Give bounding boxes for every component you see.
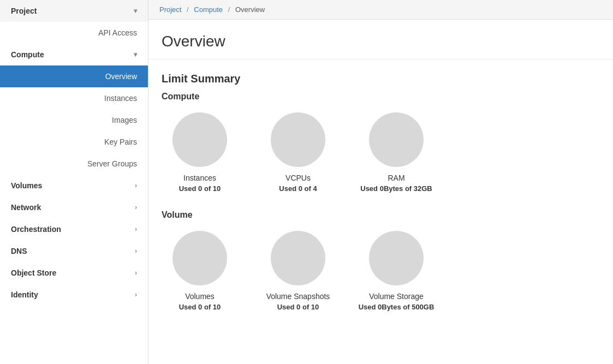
sidebar-item-label-server-groups: Server Groups	[87, 159, 137, 168]
sidebar-item-overview[interactable]: Overview	[0, 65, 148, 87]
sidebar-item-label-object-store: Object Store	[11, 268, 56, 277]
sidebar-item-orchestration[interactable]: Orchestration›	[0, 218, 148, 240]
breadcrumb-sep-1: /	[187, 5, 189, 14]
chevron-icon-compute: ▾	[134, 51, 137, 58]
limit-summary-title: Limit Summary	[162, 73, 600, 85]
volume-gauges: VolumesUsed 0 of 10Volume SnapshotsUsed …	[162, 231, 600, 311]
gauge-item-vcpus: VCPUsUsed 0 of 4	[260, 112, 336, 193]
page-title: Overview	[162, 33, 600, 50]
gauge-label-volume-snapshots: Volume Snapshots	[266, 292, 330, 301]
sidebar-item-label-key-pairs: Key Pairs	[104, 138, 137, 146]
gauge-value-volumes: Used 0 of 10	[179, 303, 221, 311]
sidebar-item-label-orchestration: Orchestration	[11, 225, 61, 234]
sidebar-item-key-pairs[interactable]: Key Pairs	[0, 131, 148, 153]
breadcrumb-project[interactable]: Project	[159, 5, 181, 14]
gauge-value-volume-snapshots: Used 0 of 10	[277, 303, 319, 311]
gauge-value-instances: Used 0 of 10	[179, 184, 221, 193]
gauge-circle-volume-storage	[369, 231, 424, 285]
gauge-item-volumes: VolumesUsed 0 of 10	[162, 231, 238, 311]
gauge-item-volume-snapshots: Volume SnapshotsUsed 0 of 10	[260, 231, 336, 311]
sidebar-item-label-api-access: API Access	[98, 28, 137, 37]
sidebar-item-object-store[interactable]: Object Store›	[0, 262, 148, 284]
compute-section-title: Compute	[162, 92, 600, 102]
sidebar-item-label-project: Project	[11, 7, 37, 15]
sidebar-item-images[interactable]: Images	[0, 109, 148, 131]
chevron-icon-project: ▾	[134, 7, 137, 15]
compute-gauges: InstancesUsed 0 of 10VCPUsUsed 0 of 4RAM…	[162, 112, 600, 193]
gauge-item-instances: InstancesUsed 0 of 10	[162, 112, 238, 193]
sidebar-item-api-access[interactable]: API Access	[0, 22, 148, 44]
breadcrumb: Project / Compute / Overview	[148, 0, 613, 20]
sidebar-item-network[interactable]: Network›	[0, 196, 148, 218]
chevron-icon-orchestration: ›	[135, 225, 137, 233]
sidebar-item-project[interactable]: Project▾	[0, 0, 148, 22]
gauge-label-vcpus: VCPUs	[285, 174, 311, 182]
sidebar-item-label-identity: Identity	[11, 290, 38, 299]
content-area: Limit Summary Compute InstancesUsed 0 of…	[148, 59, 613, 342]
sidebar-item-label-instances: Instances	[104, 94, 137, 103]
sidebar-item-label-dns: DNS	[11, 247, 27, 255]
gauge-value-vcpus: Used 0 of 4	[279, 184, 317, 193]
gauge-circle-instances	[172, 112, 227, 167]
sidebar-item-identity[interactable]: Identity›	[0, 284, 148, 306]
chevron-icon-volumes: ›	[135, 182, 137, 189]
gauge-circle-volumes	[172, 231, 227, 285]
sidebar: Project▾API AccessCompute▾OverviewInstan…	[0, 0, 148, 364]
sidebar-item-compute[interactable]: Compute▾	[0, 44, 148, 65]
gauge-item-ram: RAMUsed 0Bytes of 32GB	[358, 112, 435, 193]
sidebar-item-label-volumes: Volumes	[11, 181, 42, 190]
gauge-label-ram: RAM	[388, 174, 404, 182]
volume-section: Volume VolumesUsed 0 of 10Volume Snapsho…	[162, 210, 600, 311]
breadcrumb-compute[interactable]: Compute	[194, 5, 223, 14]
sidebar-item-instances[interactable]: Instances	[0, 87, 148, 109]
gauge-circle-ram	[369, 112, 424, 167]
gauge-circle-volume-snapshots	[271, 231, 325, 285]
sidebar-item-server-groups[interactable]: Server Groups	[0, 153, 148, 175]
sidebar-item-label-overview: Overview	[105, 72, 137, 81]
sidebar-item-label-compute: Compute	[11, 50, 44, 59]
gauge-circle-vcpus	[271, 112, 325, 167]
sidebar-item-label-images: Images	[112, 116, 137, 124]
breadcrumb-sep-2: /	[228, 5, 230, 14]
chevron-icon-object-store: ›	[135, 269, 137, 277]
gauge-item-volume-storage: Volume StorageUsed 0Bytes of 500GB	[358, 231, 435, 311]
gauge-label-instances: Instances	[183, 174, 216, 182]
breadcrumb-current: Overview	[235, 5, 265, 14]
sidebar-item-label-network: Network	[11, 203, 41, 212]
chevron-icon-identity: ›	[135, 291, 137, 299]
gauge-value-ram: Used 0Bytes of 32GB	[360, 184, 432, 193]
gauge-label-volume-storage: Volume Storage	[369, 292, 424, 301]
page-header: Overview	[148, 20, 613, 59]
chevron-icon-network: ›	[135, 204, 137, 211]
gauge-value-volume-storage: Used 0Bytes of 500GB	[359, 303, 435, 311]
sidebar-item-volumes[interactable]: Volumes›	[0, 175, 148, 196]
volume-section-title: Volume	[162, 210, 600, 220]
compute-section: Compute InstancesUsed 0 of 10VCPUsUsed 0…	[162, 92, 600, 193]
chevron-icon-dns: ›	[135, 247, 137, 255]
sidebar-item-dns[interactable]: DNS›	[0, 240, 148, 262]
gauge-label-volumes: Volumes	[185, 292, 215, 301]
main-content: Project / Compute / Overview Overview Li…	[148, 0, 613, 364]
